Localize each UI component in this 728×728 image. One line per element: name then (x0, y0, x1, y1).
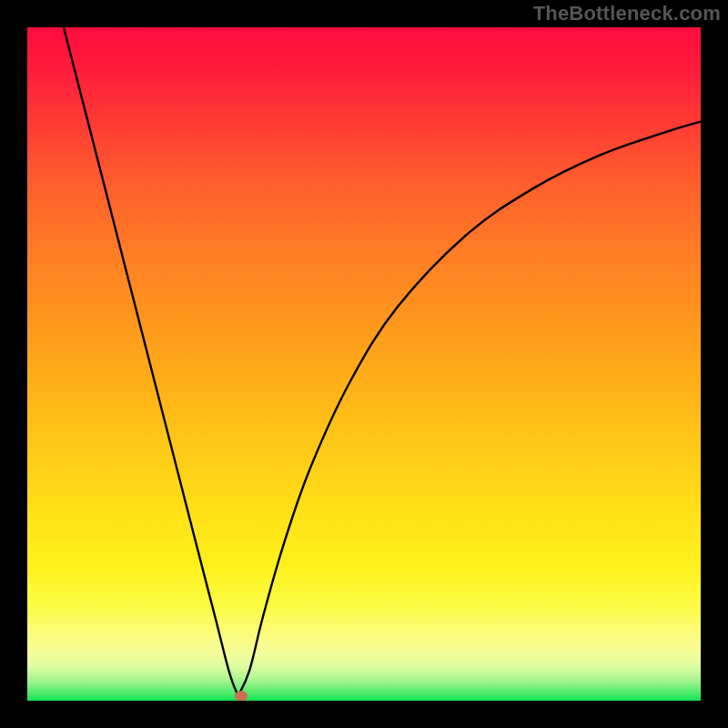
curve-left-branch (64, 27, 238, 696)
curve-right-branch (238, 122, 701, 696)
chart-frame: TheBottleneck.com (0, 0, 728, 728)
watermark-text: TheBottleneck.com (533, 2, 721, 25)
plot-area (27, 27, 701, 701)
minimum-marker (235, 691, 248, 701)
bottleneck-curve (27, 27, 701, 701)
